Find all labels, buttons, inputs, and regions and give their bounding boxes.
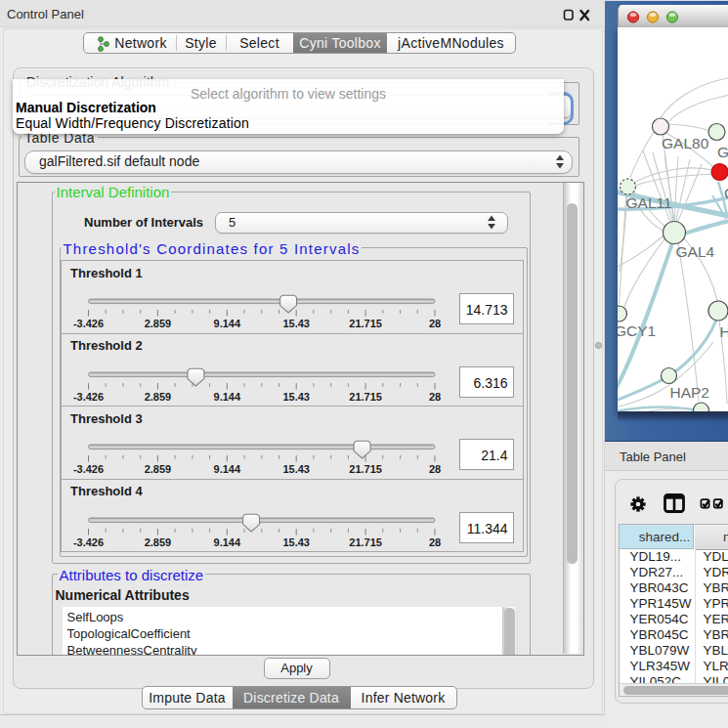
svg-text:-3.426: -3.426: [73, 535, 104, 547]
svg-text:H: H: [720, 323, 728, 340]
svg-text:HAP2: HAP2: [670, 384, 710, 401]
svg-text:GA: GA: [717, 144, 728, 160]
svg-text:15.43: 15.43: [282, 390, 310, 402]
svg-text:15.43: 15.43: [282, 318, 310, 329]
svg-text:28: 28: [429, 318, 441, 329]
svg-text:9.144: 9.144: [214, 390, 241, 402]
svg-text:-3.426: -3.426: [73, 318, 104, 329]
svg-text:21.715: 21.715: [349, 390, 382, 402]
svg-text:2.859: 2.859: [145, 535, 172, 547]
svg-text:9.144: 9.144: [214, 463, 241, 475]
svg-text:C: C: [724, 185, 728, 201]
svg-text:9.144: 9.144: [214, 535, 241, 547]
svg-text:28: 28: [429, 535, 441, 547]
svg-text:GCY1: GCY1: [618, 322, 656, 339]
svg-text:GAL4: GAL4: [676, 243, 715, 260]
svg-text:2.859: 2.859: [145, 390, 172, 402]
svg-text:28: 28: [429, 390, 441, 402]
svg-text:21.715: 21.715: [349, 463, 382, 475]
svg-text:GAL80: GAL80: [662, 135, 709, 151]
svg-text:2.859: 2.859: [145, 463, 172, 475]
svg-text:-3.426: -3.426: [73, 390, 104, 402]
svg-text:15.43: 15.43: [282, 535, 310, 547]
svg-text:21.715: 21.715: [349, 318, 382, 329]
svg-text:28: 28: [429, 463, 441, 475]
svg-text:GAL11: GAL11: [626, 194, 672, 211]
svg-text:2.859: 2.859: [145, 318, 172, 329]
svg-text:21.715: 21.715: [349, 535, 382, 547]
svg-text:9.144: 9.144: [214, 318, 241, 329]
svg-text:-3.426: -3.426: [73, 463, 104, 475]
svg-text:15.43: 15.43: [282, 463, 310, 475]
